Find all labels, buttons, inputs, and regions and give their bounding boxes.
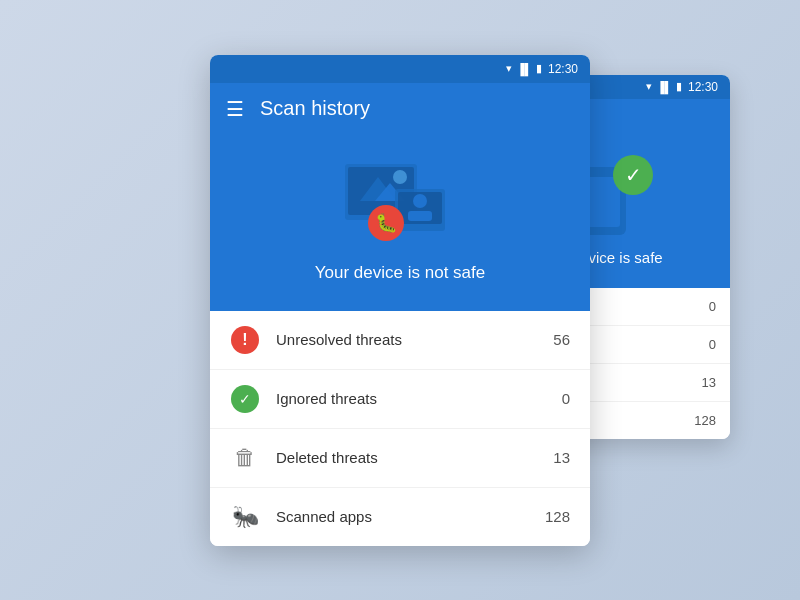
main-device-illustration: 🐛: [340, 159, 460, 249]
back-wifi-icon: ▾: [646, 80, 652, 93]
svg-rect-8: [408, 211, 432, 221]
unresolved-icon-container: !: [230, 325, 260, 355]
back-status-icons: ▾ ▐▌ ▮: [646, 80, 682, 93]
main-status-icons: ▾ ▐▌ ▮: [506, 62, 542, 75]
back-battery-icon: ▮: [676, 80, 682, 93]
list-item-deleted[interactable]: 🗑 Deleted threats 13: [210, 429, 590, 488]
scanned-label: Scanned apps: [276, 508, 529, 525]
list-item-unresolved[interactable]: ! Unresolved threats 56: [210, 311, 590, 370]
unresolved-label: Unresolved threats: [276, 331, 537, 348]
back-count-deleted: 13: [702, 375, 716, 390]
phone-wrapper: ▾ ▐▌ ▮ 12:30 can history ✓ Your device i…: [210, 55, 590, 546]
svg-point-7: [413, 194, 427, 208]
main-signal-icon: ▐▌: [516, 63, 532, 75]
trash-icon: 🗑: [234, 445, 256, 471]
scanned-icon-container: 🐜: [230, 502, 260, 532]
main-status-bar: ▾ ▐▌ ▮ 12:30: [210, 55, 590, 83]
back-signal-icon: ▐▌: [656, 81, 672, 93]
threat-badge: 🐛: [368, 205, 404, 241]
hamburger-icon[interactable]: ☰: [226, 97, 244, 121]
bug-icon: 🐛: [375, 212, 397, 234]
deleted-label: Deleted threats: [276, 449, 537, 466]
list-item-ignored[interactable]: ✓ Ignored threats 0: [210, 370, 590, 429]
main-list-section: ! Unresolved threats 56 ✓ Ignored threat…: [210, 311, 590, 546]
unresolved-count: 56: [553, 331, 570, 348]
scanned-count: 128: [545, 508, 570, 525]
deleted-count: 13: [553, 449, 570, 466]
check-icon: ✓: [231, 385, 259, 413]
svg-point-4: [393, 170, 407, 184]
back-count-unresolved: 0: [709, 299, 716, 314]
device-svg: [340, 159, 460, 249]
back-safe-badge: ✓: [613, 155, 653, 195]
main-hero-text: Your device is not safe: [315, 263, 485, 283]
main-app-bar-title: Scan history: [260, 97, 370, 120]
main-wifi-icon: ▾: [506, 62, 512, 75]
main-battery-icon: ▮: [536, 62, 542, 75]
ignored-label: Ignored threats: [276, 390, 546, 407]
main-app-bar: ☰ Scan history: [210, 83, 590, 135]
ignored-icon-container: ✓: [230, 384, 260, 414]
ignored-count: 0: [562, 390, 570, 407]
deleted-icon-container: 🗑: [230, 443, 260, 473]
phone-main: ▾ ▐▌ ▮ 12:30 ☰ Scan history: [210, 55, 590, 546]
bug-scanned-icon: 🐜: [232, 504, 259, 530]
main-time: 12:30: [548, 62, 578, 76]
back-time: 12:30: [688, 80, 718, 94]
back-count-scanned: 128: [694, 413, 716, 428]
main-hero: 🐛 Your device is not safe: [210, 135, 590, 311]
exclamation-icon: !: [231, 326, 259, 354]
back-count-ignored: 0: [709, 337, 716, 352]
list-item-scanned[interactable]: 🐜 Scanned apps 128: [210, 488, 590, 546]
